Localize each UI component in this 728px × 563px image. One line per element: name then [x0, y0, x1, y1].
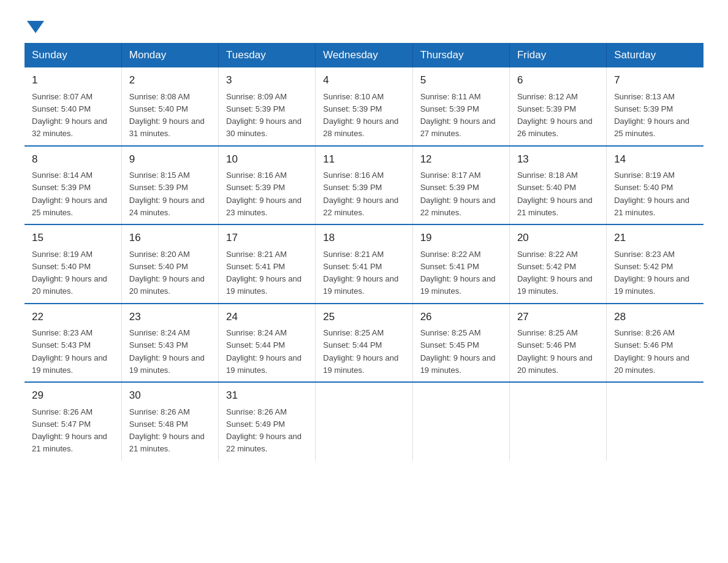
day-header-friday: Friday: [509, 43, 606, 67]
day-number: 24: [226, 309, 308, 325]
day-header-thursday: Thursday: [412, 43, 509, 67]
day-header-saturday: Saturday: [607, 43, 703, 67]
day-info: Sunrise: 8:11 AMSunset: 5:39 PMDaylight:…: [420, 92, 496, 139]
day-info: Sunrise: 8:21 AMSunset: 5:41 PMDaylight:…: [323, 250, 398, 296]
day-info: Sunrise: 8:23 AMSunset: 5:43 PMDaylight:…: [32, 328, 107, 375]
calendar-cell: 31Sunrise: 8:26 AMSunset: 5:49 PMDayligh…: [219, 382, 316, 461]
calendar-cell: [412, 382, 509, 461]
calendar-header: SundayMondayTuesdayWednesdayThursdayFrid…: [25, 43, 703, 67]
day-info: Sunrise: 8:26 AMSunset: 5:48 PMDaylight:…: [129, 407, 205, 454]
page-header: [25, 18, 703, 31]
day-number: 30: [129, 388, 211, 404]
calendar-cell: 11Sunrise: 8:16 AMSunset: 5:39 PMDayligh…: [316, 146, 412, 225]
calendar-cell: [607, 382, 703, 461]
day-header-tuesday: Tuesday: [219, 43, 316, 67]
day-info: Sunrise: 8:26 AMSunset: 5:46 PMDaylight:…: [614, 328, 689, 375]
week-row-2: 8Sunrise: 8:14 AMSunset: 5:39 PMDaylight…: [25, 146, 703, 225]
calendar-cell: 7Sunrise: 8:13 AMSunset: 5:39 PMDaylight…: [607, 67, 703, 146]
calendar-cell: 2Sunrise: 8:08 AMSunset: 5:40 PMDaylight…: [121, 67, 218, 146]
calendar-cell: 21Sunrise: 8:23 AMSunset: 5:42 PMDayligh…: [607, 224, 703, 304]
day-number: 15: [32, 230, 114, 246]
day-info: Sunrise: 8:15 AMSunset: 5:39 PMDaylight:…: [129, 170, 205, 217]
day-info: Sunrise: 8:17 AMSunset: 5:39 PMDaylight:…: [420, 170, 496, 217]
day-number: 14: [614, 151, 696, 167]
calendar-cell: 3Sunrise: 8:09 AMSunset: 5:39 PMDaylight…: [219, 67, 316, 146]
header-row: SundayMondayTuesdayWednesdayThursdayFrid…: [25, 43, 703, 67]
day-number: 28: [614, 309, 696, 325]
calendar-cell: 29Sunrise: 8:26 AMSunset: 5:47 PMDayligh…: [25, 382, 121, 461]
calendar-cell: 18Sunrise: 8:21 AMSunset: 5:41 PMDayligh…: [316, 224, 412, 304]
day-header-sunday: Sunday: [25, 43, 121, 67]
day-number: 17: [226, 230, 308, 246]
calendar-cell: 14Sunrise: 8:19 AMSunset: 5:40 PMDayligh…: [607, 146, 703, 225]
day-info: Sunrise: 8:25 AMSunset: 5:46 PMDaylight:…: [517, 328, 593, 375]
week-row-1: 1Sunrise: 8:07 AMSunset: 5:40 PMDaylight…: [25, 67, 703, 146]
calendar-cell: 5Sunrise: 8:11 AMSunset: 5:39 PMDaylight…: [412, 67, 509, 146]
week-row-4: 22Sunrise: 8:23 AMSunset: 5:43 PMDayligh…: [25, 304, 703, 383]
day-info: Sunrise: 8:19 AMSunset: 5:40 PMDaylight:…: [614, 170, 689, 217]
day-number: 19: [420, 230, 502, 246]
day-number: 12: [420, 151, 502, 167]
day-number: 27: [517, 309, 599, 325]
day-number: 5: [420, 72, 502, 88]
calendar-cell: [509, 382, 606, 461]
calendar-cell: 30Sunrise: 8:26 AMSunset: 5:48 PMDayligh…: [121, 382, 218, 461]
day-info: Sunrise: 8:16 AMSunset: 5:39 PMDaylight:…: [323, 170, 398, 217]
calendar-cell: 13Sunrise: 8:18 AMSunset: 5:40 PMDayligh…: [509, 146, 606, 225]
logo: [25, 18, 44, 31]
calendar-cell: 22Sunrise: 8:23 AMSunset: 5:43 PMDayligh…: [25, 304, 121, 383]
calendar-cell: 10Sunrise: 8:16 AMSunset: 5:39 PMDayligh…: [219, 146, 316, 225]
day-number: 21: [614, 230, 696, 246]
day-info: Sunrise: 8:22 AMSunset: 5:41 PMDaylight:…: [420, 250, 496, 296]
calendar-cell: 17Sunrise: 8:21 AMSunset: 5:41 PMDayligh…: [219, 224, 316, 304]
calendar-cell: 9Sunrise: 8:15 AMSunset: 5:39 PMDaylight…: [121, 146, 218, 225]
day-info: Sunrise: 8:14 AMSunset: 5:39 PMDaylight:…: [32, 170, 107, 217]
day-number: 25: [323, 309, 404, 325]
week-row-3: 15Sunrise: 8:19 AMSunset: 5:40 PMDayligh…: [25, 224, 703, 304]
day-info: Sunrise: 8:12 AMSunset: 5:39 PMDaylight:…: [517, 92, 593, 139]
day-header-wednesday: Wednesday: [316, 43, 412, 67]
day-number: 13: [517, 151, 599, 167]
day-number: 23: [129, 309, 211, 325]
day-info: Sunrise: 8:08 AMSunset: 5:40 PMDaylight:…: [129, 92, 205, 139]
calendar-cell: 16Sunrise: 8:20 AMSunset: 5:40 PMDayligh…: [121, 224, 218, 304]
calendar-body: 1Sunrise: 8:07 AMSunset: 5:40 PMDaylight…: [25, 67, 703, 461]
day-info: Sunrise: 8:22 AMSunset: 5:42 PMDaylight:…: [517, 250, 593, 296]
calendar-cell: 8Sunrise: 8:14 AMSunset: 5:39 PMDaylight…: [25, 146, 121, 225]
day-number: 3: [226, 72, 308, 88]
day-number: 8: [32, 151, 114, 167]
day-number: 29: [32, 388, 114, 404]
calendar-cell: 19Sunrise: 8:22 AMSunset: 5:41 PMDayligh…: [412, 224, 509, 304]
day-number: 10: [226, 151, 308, 167]
day-info: Sunrise: 8:18 AMSunset: 5:40 PMDaylight:…: [517, 170, 593, 217]
calendar-cell: 24Sunrise: 8:24 AMSunset: 5:44 PMDayligh…: [219, 304, 316, 383]
day-number: 7: [614, 72, 696, 88]
day-number: 18: [323, 230, 404, 246]
day-info: Sunrise: 8:13 AMSunset: 5:39 PMDaylight:…: [614, 92, 689, 139]
day-info: Sunrise: 8:07 AMSunset: 5:40 PMDaylight:…: [32, 92, 107, 139]
day-info: Sunrise: 8:26 AMSunset: 5:47 PMDaylight:…: [32, 407, 107, 454]
day-number: 26: [420, 309, 502, 325]
calendar-cell: 27Sunrise: 8:25 AMSunset: 5:46 PMDayligh…: [509, 304, 606, 383]
day-number: 1: [32, 72, 114, 88]
calendar-cell: 6Sunrise: 8:12 AMSunset: 5:39 PMDaylight…: [509, 67, 606, 146]
calendar-cell: 26Sunrise: 8:25 AMSunset: 5:45 PMDayligh…: [412, 304, 509, 383]
logo-triangle-icon: [27, 21, 44, 33]
day-info: Sunrise: 8:25 AMSunset: 5:45 PMDaylight:…: [420, 328, 496, 375]
calendar-cell: 12Sunrise: 8:17 AMSunset: 5:39 PMDayligh…: [412, 146, 509, 225]
calendar-cell: 4Sunrise: 8:10 AMSunset: 5:39 PMDaylight…: [316, 67, 412, 146]
day-number: 31: [226, 388, 308, 404]
day-number: 20: [517, 230, 599, 246]
day-info: Sunrise: 8:10 AMSunset: 5:39 PMDaylight:…: [323, 92, 398, 139]
day-info: Sunrise: 8:16 AMSunset: 5:39 PMDaylight:…: [226, 170, 301, 217]
calendar-cell: 20Sunrise: 8:22 AMSunset: 5:42 PMDayligh…: [509, 224, 606, 304]
calendar-cell: 15Sunrise: 8:19 AMSunset: 5:40 PMDayligh…: [25, 224, 121, 304]
day-number: 6: [517, 72, 599, 88]
day-number: 4: [323, 72, 404, 88]
day-number: 22: [32, 309, 114, 325]
day-info: Sunrise: 8:19 AMSunset: 5:40 PMDaylight:…: [32, 250, 107, 296]
calendar-cell: 28Sunrise: 8:26 AMSunset: 5:46 PMDayligh…: [607, 304, 703, 383]
day-info: Sunrise: 8:23 AMSunset: 5:42 PMDaylight:…: [614, 250, 689, 296]
day-number: 16: [129, 230, 211, 246]
day-number: 2: [129, 72, 211, 88]
